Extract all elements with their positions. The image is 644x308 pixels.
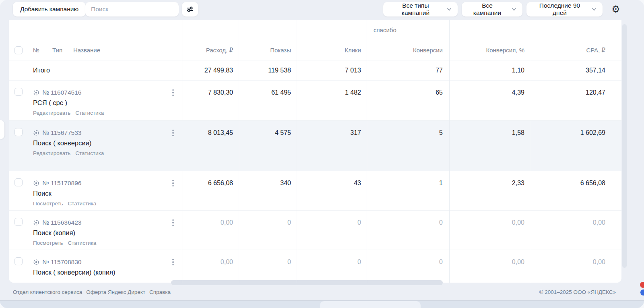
cell-conversion-rate: 0,00 (512, 218, 524, 227)
column-header-cost[interactable]: Расход, ₽ (206, 40, 233, 60)
cell-cost: 0,00 (221, 257, 233, 267)
goal-group-header-row: спасибо (9, 20, 621, 40)
cell-conversions: 5 (439, 128, 443, 138)
campaign-number[interactable]: № 115708830 (42, 258, 81, 266)
column-header-name[interactable]: Название (73, 40, 100, 60)
cell-conversion-rate: 0,00 (512, 257, 524, 267)
cell-conversion-rate: 2,33 (512, 178, 524, 188)
vertical-scrollbar[interactable] (622, 24, 627, 268)
row-checkbox[interactable] (14, 88, 23, 96)
totals-conversions: 77 (436, 60, 443, 81)
campaign-name[interactable]: РСЯ ( срс ) (33, 97, 67, 108)
campaign-name[interactable]: Поиск (копия) (33, 227, 75, 238)
table-header-row: № Тип Название Расход, ₽ Показы Клики Ко… (9, 40, 621, 60)
campaign-name[interactable]: Поиск ( конверсии) (33, 138, 91, 148)
dashed-circle-dot-icon (33, 219, 39, 226)
statistics-link[interactable]: Статистика (68, 240, 96, 247)
search-field[interactable] (85, 2, 179, 17)
row-checkbox[interactable] (14, 178, 23, 186)
date-range-dropdown[interactable]: Последние 90 дней (526, 2, 603, 17)
column-header-impressions[interactable]: Показы (270, 40, 291, 60)
campaign-types-dropdown[interactable]: Все типы кампаний (383, 2, 458, 17)
goal-label: спасибо (374, 20, 396, 40)
campaign-number[interactable]: № 115636423 (42, 219, 81, 226)
totals-row: Итого 27 499,83 119 538 7 013 77 1,10 35… (9, 60, 621, 81)
column-header-type[interactable]: Тип (52, 40, 62, 60)
chevron-down-icon (446, 6, 452, 12)
kebab-menu-icon[interactable] (169, 178, 177, 189)
cell-cpa: 0,00 (593, 257, 605, 267)
row-checkbox[interactable] (14, 128, 23, 136)
row-checkbox[interactable] (14, 218, 23, 226)
column-header-number[interactable]: № (33, 40, 39, 60)
campaign-row: № 115636423 Поиск (копия) Посмотреть Ста… (9, 211, 621, 250)
campaign-row: № 115170896 Поиск Посмотреть Статистика … (9, 171, 621, 211)
cell-cpa: 1 602,69 (580, 128, 605, 138)
view-link[interactable]: Посмотреть (33, 200, 63, 207)
edit-link[interactable]: Редактировать (33, 150, 70, 157)
campaign-name[interactable]: Поиск ( конверсии) (копия) (33, 267, 115, 277)
dashed-circle-dot-icon (33, 130, 39, 136)
kebab-menu-icon[interactable] (169, 87, 177, 98)
edge-badge-icon (640, 289, 644, 296)
settings-button[interactable]: ⚙ (609, 2, 623, 17)
select-all-checkbox[interactable] (14, 46, 23, 54)
cell-impressions: 0 (287, 257, 291, 267)
add-campaign-button[interactable]: Добавить кампанию (13, 2, 86, 17)
cell-conversions: 65 (436, 88, 443, 97)
cell-clicks: 0 (357, 257, 361, 267)
campaign-number[interactable]: № 116074516 (42, 89, 81, 96)
row-checkbox[interactable] (14, 257, 23, 265)
campaign-row: № 116074516 РСЯ ( срс ) Редактировать Ст… (9, 81, 621, 121)
campaign-row: № 115708830 Поиск ( конверсии) (копия) 0… (9, 250, 621, 283)
totals-clicks: 7 013 (345, 60, 361, 81)
totals-impressions: 119 538 (268, 60, 291, 81)
statistics-link[interactable]: Статистика (75, 150, 104, 157)
campaigns-table: спасибо № Тип Название Расход, ₽ Показы … (9, 20, 621, 283)
cell-clicks: 1 482 (345, 88, 361, 97)
cell-cost: 6 656,08 (208, 178, 233, 188)
filter-button[interactable] (182, 2, 198, 17)
cell-cost: 0,00 (221, 218, 233, 227)
column-header-clicks[interactable]: Клики (345, 40, 361, 60)
totals-cpa: 357,14 (586, 60, 605, 81)
cell-conversions: 0 (439, 257, 443, 267)
chevron-down-icon (511, 6, 517, 12)
dashed-circle-dot-icon (33, 180, 39, 186)
side-drawer-handle[interactable] (0, 120, 4, 139)
edge-badge-icon (640, 282, 644, 288)
campaign-types-dropdown-label: Все типы кампаний (389, 2, 442, 17)
cell-cpa: 6 656,08 (580, 178, 605, 188)
search-input[interactable] (85, 6, 179, 13)
column-header-cpa[interactable]: CPA, ₽ (586, 40, 605, 60)
footer: Отдел клиентского сервиса Оферта Яндекс … (0, 284, 644, 300)
campaign-number[interactable]: № 115677533 (42, 129, 81, 136)
help-link[interactable]: Справка (149, 289, 171, 295)
cell-clicks: 43 (354, 178, 361, 188)
totals-conversion-rate: 1,10 (512, 60, 524, 81)
kebab-menu-icon[interactable] (169, 217, 177, 228)
edit-link[interactable]: Редактировать (33, 110, 70, 117)
column-header-conversion-rate[interactable]: Конверсия, % (486, 40, 524, 60)
kebab-menu-icon[interactable] (169, 127, 177, 138)
column-header-conversions[interactable]: Конверсии (413, 40, 443, 60)
campaigns-dropdown[interactable]: Все кампании (462, 2, 522, 17)
offer-link[interactable]: Оферта Яндекс Директ (86, 289, 145, 295)
statistics-link[interactable]: Статистика (75, 110, 104, 117)
client-service-link[interactable]: Отдел клиентского сервиса (13, 289, 82, 295)
campaign-row: № 115677533 Поиск ( конверсии) Редактиро… (9, 121, 621, 171)
campaign-name[interactable]: Поиск (33, 188, 52, 198)
cell-conversion-rate: 1,58 (512, 128, 524, 138)
campaigns-dropdown-label: Все кампании (467, 2, 507, 17)
statistics-link[interactable]: Статистика (68, 200, 96, 207)
copyright-text: © 2001–2025 ООО «ЯНДЕКС» (539, 289, 616, 295)
cell-impressions: 0 (287, 218, 291, 227)
view-link[interactable]: Посмотреть (33, 240, 63, 247)
cell-cpa: 120,47 (586, 88, 605, 97)
campaign-number[interactable]: № 115170896 (42, 180, 81, 187)
cell-impressions: 61 495 (271, 88, 291, 97)
cell-clicks: 0 (357, 218, 361, 227)
date-range-dropdown-label: Последние 90 дней (532, 2, 587, 17)
kebab-menu-icon[interactable] (169, 256, 177, 268)
chevron-down-icon (591, 6, 597, 12)
